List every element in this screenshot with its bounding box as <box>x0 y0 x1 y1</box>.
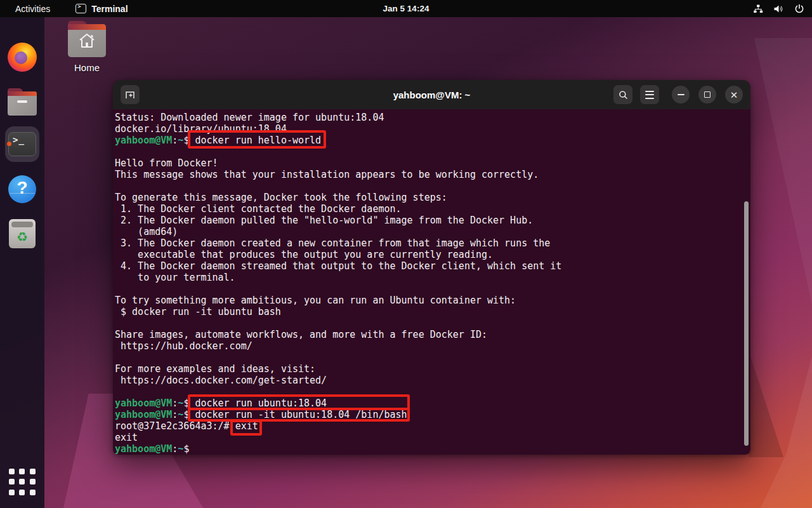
help-icon: ? <box>8 175 36 203</box>
terminal-line: 2. The Docker daemon pulled the "hello-w… <box>115 215 743 226</box>
terminal-output: Status: Downloaded newer image for ubunt… <box>115 112 743 455</box>
terminal-line: 4. The Docker daemon streamed that outpu… <box>115 260 743 272</box>
terminal-line <box>115 180 743 192</box>
app-menu[interactable]: Terminal <box>75 4 128 14</box>
terminal-line <box>115 386 743 398</box>
menu-button[interactable] <box>640 85 659 104</box>
dock-item-firefox[interactable] <box>7 42 37 72</box>
terminal-line: https://docs.docker.com/get-started/ <box>115 375 743 386</box>
terminal-line: https://hub.docker.com/ <box>115 340 743 352</box>
power-icon <box>794 4 804 14</box>
firefox-icon <box>8 43 37 72</box>
maximize-icon <box>704 91 710 98</box>
terminal-line: 1. The Docker client contacted the Docke… <box>115 203 743 215</box>
terminal-line: executable that produces the output you … <box>115 249 743 260</box>
terminal-line: To try something more ambitious, you can… <box>115 295 743 306</box>
terminal-line: yahboom@VM:~$ docker run -it ubuntu:18.0… <box>115 409 743 420</box>
terminal-line: Hello from Docker! <box>115 157 743 169</box>
terminal-line: (amd64) <box>115 226 743 237</box>
running-indicator-dot <box>7 142 11 146</box>
minimize-icon <box>678 94 684 95</box>
close-icon: ✕ <box>730 90 738 100</box>
volume-icon <box>773 4 784 14</box>
terminal-line: to your terminal. <box>115 272 743 283</box>
dock-item-trash[interactable]: ♻ <box>7 218 37 249</box>
terminal-line: yahboom@VM:~$ docker run ubuntu:18.04 <box>115 398 743 409</box>
app-menu-label: Terminal <box>91 4 128 14</box>
terminal-line: For more examples and ideas, visit: <box>115 363 743 375</box>
terminal-line: $ docker run -it ubuntu bash <box>115 306 743 318</box>
terminal-line: This message shows that your installatio… <box>115 169 743 180</box>
terminal-line <box>115 283 743 295</box>
dock-separator <box>10 193 35 194</box>
terminal-icon: >_ <box>8 132 36 156</box>
terminal-line: exit <box>115 432 743 443</box>
system-status-area[interactable] <box>753 4 804 14</box>
terminal-line: root@371e2c3664a3:/# exit <box>115 420 743 432</box>
dock: >_ ? ♻ <box>0 17 44 508</box>
terminal-line: Status: Downloaded newer image for ubunt… <box>115 112 743 123</box>
terminal-line: 3. The Docker daemon created a new conta… <box>115 237 743 249</box>
hamburger-icon <box>645 91 654 99</box>
home-folder-icon <box>68 24 106 57</box>
desktop-home-icon[interactable]: Home <box>63 24 111 77</box>
maximize-button[interactable] <box>698 86 716 104</box>
home-label: Home <box>74 62 100 73</box>
wallpaper-facet <box>755 343 812 508</box>
terminal-body[interactable]: Status: Downloaded newer image for ubunt… <box>113 109 750 455</box>
dock-item-terminal[interactable]: >_ <box>5 126 39 162</box>
terminal-line <box>115 318 743 329</box>
terminal-line: yahboom@VM:~$ <box>115 443 743 455</box>
close-button[interactable]: ✕ <box>725 86 743 104</box>
terminal-titlebar[interactable]: yahboom@VM: ~ ✕ <box>113 80 750 109</box>
top-bar: Activities Terminal Jan 5 14:24 <box>0 0 812 17</box>
activities-button[interactable]: Activities <box>10 4 55 14</box>
terminal-line: docker.io/library/ubuntu:18.04 <box>115 123 743 135</box>
terminal-line <box>115 146 743 157</box>
app-grid-button[interactable] <box>9 469 36 495</box>
network-icon <box>753 4 763 14</box>
minimize-button[interactable] <box>672 86 690 104</box>
wallpaper-facet <box>749 305 812 457</box>
terminal-line: To generate this message, Docker took th… <box>115 192 743 203</box>
terminal-line <box>115 352 743 363</box>
terminal-app-icon <box>75 4 86 13</box>
dock-item-help[interactable]: ? <box>7 174 37 204</box>
house-icon <box>77 32 96 52</box>
trash-icon: ♻ <box>9 219 36 248</box>
terminal-line: Share images, automate workflows, and mo… <box>115 329 743 340</box>
dock-item-files[interactable] <box>7 88 37 119</box>
terminal-line: yahboom@VM:~$ docker run hello-world <box>115 135 743 146</box>
terminal-scrollbar[interactable] <box>744 201 749 446</box>
new-tab-button[interactable] <box>121 85 140 104</box>
terminal-window: yahboom@VM: ~ ✕ Status: Downloaded ne <box>113 80 750 455</box>
files-icon <box>8 91 37 116</box>
search-button[interactable] <box>613 85 632 104</box>
